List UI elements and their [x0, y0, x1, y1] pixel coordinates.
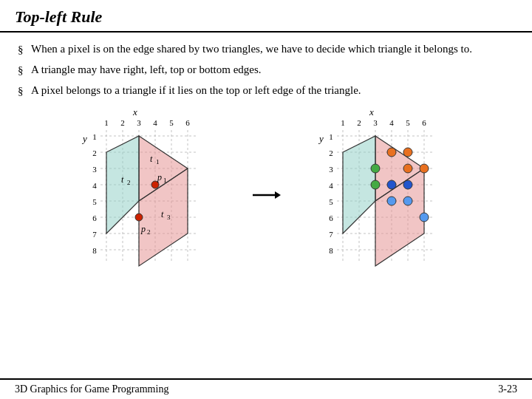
svg-point-81	[403, 148, 412, 157]
svg-text:3: 3	[373, 118, 378, 127]
footer-left: 3D Graphics for Game Programming	[15, 383, 168, 395]
svg-text:y: y	[318, 133, 324, 144]
svg-text:p: p	[157, 172, 162, 183]
bullet-text: When a pixel is on the edge shared by tw…	[31, 41, 472, 57]
footer: 3D Graphics for Game Programming 3-23	[0, 378, 532, 399]
main-content: § When a pixel is on the edge shared by …	[0, 33, 532, 378]
bullet-list: § When a pixel is on the edge shared by …	[18, 41, 514, 99]
svg-text:3: 3	[167, 214, 171, 221]
svg-text:6: 6	[92, 214, 97, 222]
svg-text:2: 2	[357, 118, 361, 127]
svg-text:5: 5	[92, 197, 97, 206]
svg-text:x: x	[132, 106, 137, 117]
svg-text:5: 5	[406, 118, 410, 127]
svg-text:5: 5	[329, 197, 333, 206]
page: Top-left Rule § When a pixel is on the e…	[0, 0, 532, 399]
footer-right: 3-23	[498, 383, 517, 395]
svg-text:6: 6	[422, 118, 426, 127]
svg-text:4: 4	[92, 181, 97, 190]
bullet-symbol: §	[18, 63, 31, 78]
svg-text:1: 1	[329, 132, 333, 141]
svg-text:2: 2	[92, 149, 97, 157]
svg-point-85	[371, 180, 380, 189]
svg-point-84	[371, 164, 380, 173]
bullet-text: A triangle may have right, left, top or …	[31, 62, 262, 78]
svg-text:x: x	[369, 106, 374, 117]
svg-text:2: 2	[147, 228, 151, 236]
svg-text:1: 1	[92, 132, 97, 141]
svg-marker-46	[275, 191, 281, 199]
svg-text:y: y	[81, 133, 87, 144]
svg-text:2: 2	[120, 118, 125, 127]
svg-text:4: 4	[153, 118, 157, 127]
bullet-symbol: §	[18, 42, 31, 58]
svg-text:p: p	[140, 224, 146, 234]
svg-text:3: 3	[92, 165, 97, 174]
header: Top-left Rule	[0, 0, 532, 33]
left-diagram: x y 1 2 3 4 5 6 1 2 3 4 5 6 7 8	[74, 106, 222, 284]
svg-point-90	[420, 213, 429, 222]
arrow	[251, 184, 281, 206]
svg-point-80	[387, 148, 396, 157]
page-title: Top-left Rule	[15, 7, 102, 26]
svg-text:4: 4	[389, 118, 394, 127]
svg-point-87	[403, 180, 412, 189]
svg-text:1: 1	[104, 118, 109, 127]
bullet-text: A pixel belongs to a triangle if it lies…	[31, 83, 361, 98]
svg-text:2: 2	[127, 179, 131, 186]
svg-point-42	[135, 214, 143, 221]
svg-text:1: 1	[156, 158, 160, 166]
svg-text:7: 7	[92, 230, 97, 239]
svg-text:3: 3	[137, 118, 141, 127]
right-diagram: x y 1 2 3 4 5 6 1 2 3 4 5 6 7 8	[310, 106, 458, 284]
svg-point-88	[387, 197, 396, 205]
svg-text:8: 8	[92, 246, 97, 255]
svg-text:8: 8	[329, 246, 333, 255]
svg-point-89	[403, 197, 412, 205]
list-item: § A triangle may have right, left, top o…	[18, 62, 514, 78]
svg-text:3: 3	[329, 165, 333, 174]
svg-text:4: 4	[329, 181, 333, 190]
list-item: § A pixel belongs to a triangle if it li…	[18, 83, 514, 99]
list-item: § When a pixel is on the edge shared by …	[18, 41, 514, 58]
svg-text:6: 6	[185, 118, 190, 127]
svg-text:5: 5	[169, 118, 174, 127]
diagram-area: x y 1 2 3 4 5 6 1 2 3 4 5 6 7 8	[18, 106, 514, 284]
svg-text:2: 2	[329, 149, 333, 157]
bullet-symbol: §	[18, 83, 31, 99]
svg-point-83	[420, 164, 429, 173]
svg-point-82	[403, 164, 412, 173]
svg-point-86	[387, 180, 396, 189]
svg-text:7: 7	[329, 230, 333, 239]
svg-text:1: 1	[341, 118, 345, 127]
svg-text:6: 6	[329, 214, 333, 222]
svg-text:1: 1	[163, 177, 167, 184]
